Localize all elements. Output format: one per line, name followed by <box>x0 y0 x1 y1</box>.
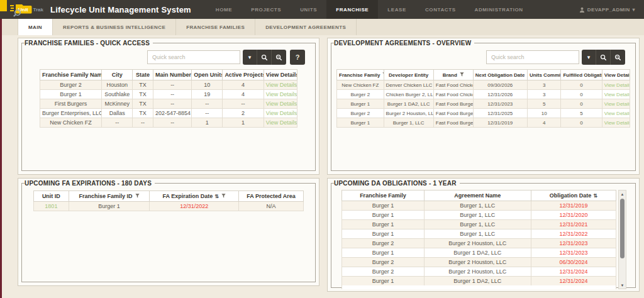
app-title: Lifecycle Unit Management System <box>50 5 191 14</box>
cell: Burger 1 <box>40 90 102 99</box>
advanced-search-button[interactable] <box>611 50 625 65</box>
cell: 4 <box>223 90 264 99</box>
search-input[interactable] <box>147 50 240 64</box>
view-details-link[interactable]: View Details <box>264 99 297 109</box>
column-header-obligation-date[interactable]: Obligation Date⇅ <box>531 190 616 201</box>
view-details-link[interactable]: View Details <box>264 80 297 90</box>
column-header-view-details[interactable]: View Details <box>602 70 630 80</box>
column-header-view-details[interactable]: View Details <box>264 70 297 80</box>
column-header-city[interactable]: City <box>102 70 133 80</box>
cell: 12/31/2019 <box>473 118 527 128</box>
nav-item-franchise[interactable]: FRANCHISE <box>326 0 378 19</box>
view-details-link[interactable]: View Details <box>602 118 630 128</box>
column-header-fulfilled-obligations[interactable]: Fulfilled Obligations <box>561 70 602 80</box>
column-label: View Details <box>266 72 297 78</box>
franchise-families-table: Franchise Family NameCityStateMain Numbe… <box>40 69 297 128</box>
scroll-up-icon[interactable]: ▲ <box>621 190 625 197</box>
panel-title-development-agreements: DEVELOPMENT AGREEMENTS - OVERVIEW <box>334 40 474 47</box>
column-header-franchise-family-id[interactable]: Franchise Family ID <box>69 191 150 202</box>
column-header-franchise-family-name[interactable]: Franchise Family Name <box>40 70 102 80</box>
cell: 10 <box>192 80 223 90</box>
search-icon <box>261 54 268 61</box>
column-header-fa-expiration-date[interactable]: FA Expiration Date⇅ <box>150 191 239 202</box>
cell: -- <box>133 118 153 128</box>
cell: 1 <box>223 118 264 128</box>
view-details-link[interactable]: View Details <box>602 109 630 118</box>
nav-item-projects[interactable]: PROJECTS <box>242 0 291 19</box>
column-label: City <box>112 72 123 78</box>
tab-reports-business-intelligence[interactable]: REPORTS & BUSINESS INTELLIGENCE <box>53 19 176 35</box>
column-header-franchise-family[interactable]: Franchise Family <box>337 70 384 80</box>
cell: Southlake <box>102 90 133 99</box>
view-details-link[interactable]: View Details <box>602 99 630 109</box>
cell: Denver Chicken LLC <box>384 80 433 90</box>
view-details-link[interactable]: 1801 <box>34 202 69 211</box>
search-options-button[interactable]: ▾ <box>243 50 257 65</box>
cell: N/A <box>239 202 304 211</box>
column-header-main-number[interactable]: Main Number <box>153 70 191 80</box>
nav-item-units[interactable]: UNITS <box>291 0 326 19</box>
table-row: First BurgersMcKinneyTX------View Detail… <box>40 99 297 109</box>
column-header-next-obligation-date[interactable]: Next Obligation Date <box>473 70 527 80</box>
column-header-open-units[interactable]: Open Units <box>192 70 223 80</box>
sort-icon[interactable]: ⇅ <box>214 194 219 199</box>
advanced-search-button[interactable] <box>272 50 286 65</box>
tab-franchise-families[interactable]: FRANCHISE FAMILIES <box>176 19 255 35</box>
view-details-link[interactable]: View Details <box>264 90 297 99</box>
search-input[interactable] <box>486 50 579 64</box>
column-header-fa-protected-area[interactable]: FA Protected Area <box>239 191 304 202</box>
cell: Burger 1 <box>342 211 425 220</box>
cell: Chicken Burger 2, LLC <box>384 90 433 99</box>
column-header-active-projects[interactable]: Active Projects <box>223 70 264 80</box>
tab-main[interactable]: MAIN <box>18 19 53 35</box>
column-header-agreement-name[interactable]: Agreement Name <box>424 190 531 201</box>
table-row: Burger 2Burger 2 Houston, LLC06/30/2024 <box>342 258 616 267</box>
table-row: Burger 2Burger 2 Houston, LLC12/31/2024 <box>342 267 616 277</box>
quick-search-toolbar: ▾ <box>335 50 625 65</box>
column-header-brand[interactable]: Brand <box>433 70 473 80</box>
search-button[interactable] <box>257 50 272 65</box>
view-details-link[interactable]: View Details <box>602 80 630 90</box>
cell: Burger 1, LLC <box>424 201 531 211</box>
cell: 12/31/2024 <box>531 277 616 286</box>
scrollbar-thumb[interactable] <box>620 199 625 258</box>
cell: Fast Food Burgers <box>433 118 473 128</box>
cell: Dallas <box>102 109 133 118</box>
cell: -- <box>153 118 191 128</box>
left-edge-accent <box>0 19 2 298</box>
search-button[interactable] <box>596 50 611 65</box>
table-row: Burger 1Burger 1 DA2, LLC12/31/2023 <box>342 248 616 258</box>
vertical-scrollbar[interactable]: ▲ ▼ <box>618 190 626 289</box>
filter-icon[interactable] <box>135 193 140 199</box>
da-obligations-scroll-area: Franchise FamilyAgreement NameObligation… <box>341 190 616 289</box>
fa-expirations-table: Unit IDFranchise Family IDFA Expiration … <box>33 190 304 211</box>
column-header-unit-id[interactable]: Unit ID <box>34 191 69 202</box>
nav-item-administration[interactable]: ADMINISTRATION <box>465 0 533 19</box>
column-header-units-committed[interactable]: Units Committed <box>527 70 561 80</box>
column-header-developer-entity[interactable]: Developer Entity <box>384 70 433 80</box>
filter-icon[interactable] <box>221 193 226 199</box>
panel-fa-expirations: UPCOMING FA EXPIRATIONS - 180 DAYS Unit … <box>18 178 319 286</box>
scroll-down-icon[interactable]: ▼ <box>621 282 625 289</box>
cell: New Chicken FZ <box>337 80 384 90</box>
tab-development-agreements[interactable]: DEVELOPMENT AGREEMENTS <box>255 19 357 35</box>
view-details-link[interactable]: View Details <box>602 90 630 99</box>
column-header-state[interactable]: State <box>133 70 153 80</box>
column-label: Next Obligation Date <box>475 72 525 78</box>
filter-icon[interactable] <box>460 72 464 78</box>
sort-icon[interactable]: ⇅ <box>593 193 597 199</box>
view-details-link[interactable]: View Details <box>264 118 297 128</box>
help-button[interactable]: ? <box>290 50 305 65</box>
column-header-franchise-family[interactable]: Franchise Family <box>342 190 425 201</box>
table-row: Burger 2Burger 2 Houston, LLC12/31/2023 <box>342 239 616 248</box>
user-menu[interactable]: DEVAPP_ADMIN ▾ <box>579 7 635 13</box>
cell: Burger 1, LLC <box>424 211 531 220</box>
nav-item-contacts[interactable]: CONTACTS <box>416 0 465 19</box>
cell: Burger 1 DA2, LLC <box>384 99 433 109</box>
nav-item-home[interactable]: HOME <box>206 0 242 19</box>
view-details-link[interactable]: View Details <box>264 109 297 118</box>
nav-item-lease[interactable]: LEASE <box>378 0 416 19</box>
search-options-button[interactable]: ▾ <box>582 50 596 65</box>
cell: 3 <box>527 80 561 90</box>
column-label: Main Number <box>155 72 191 78</box>
